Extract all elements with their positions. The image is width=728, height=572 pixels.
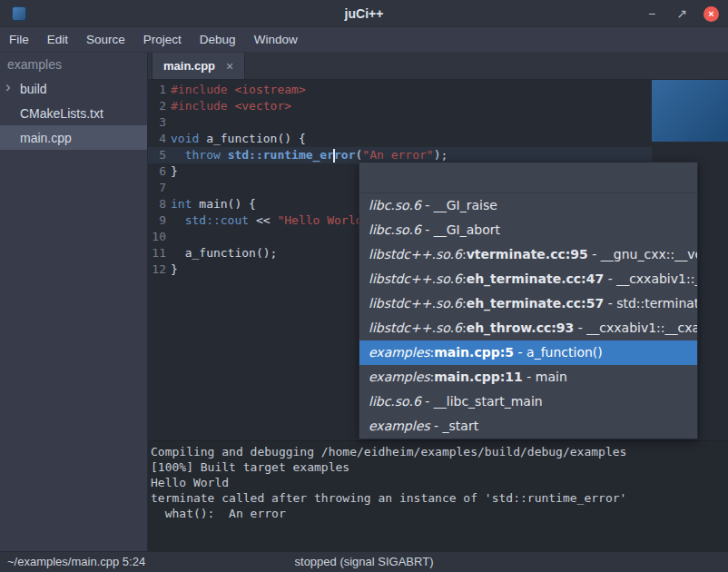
code-line-1[interactable]: 1#include <iostream> (148, 82, 728, 98)
minimize-button[interactable]: − (644, 6, 660, 21)
tab-close-icon[interactable]: × (226, 59, 233, 74)
line-number: 9 (148, 212, 166, 229)
tab-main-cpp[interactable]: main.cpp × (152, 53, 245, 79)
tooltip-box (652, 80, 728, 142)
code-line-3[interactable]: 3 (148, 114, 728, 131)
code-text: #include <iostream> (171, 82, 306, 98)
menu-item-source[interactable]: Source (77, 27, 134, 52)
line-number: 1 (148, 82, 166, 98)
window-controls: − ↗ × (644, 0, 719, 27)
menu-item-debug[interactable]: Debug (191, 27, 245, 52)
backtrace-item-0[interactable]: libc.so.6 - __GI_raise (359, 193, 697, 218)
code-text: } (171, 261, 178, 278)
terminal-line-0: Compiling and debugging /home/eidheim/ex… (151, 444, 728, 459)
code-line-2[interactable]: 2#include <vector> (148, 98, 728, 114)
code-text: int main() { (171, 196, 256, 212)
tree-item-build[interactable]: ›build (0, 76, 147, 101)
window-title: juCi++ (0, 0, 728, 27)
tree-item-main-cpp[interactable]: main.cpp (0, 125, 147, 150)
line-number: 7 (148, 180, 166, 196)
status-debug-state: stopped (signal SIGABRT) (0, 552, 728, 572)
line-number: 3 (148, 114, 166, 131)
terminal-line-3: terminate called after throwing an insta… (151, 490, 728, 506)
backtrace-item-8[interactable]: libc.so.6 - __libc_start_main (359, 390, 697, 414)
tree-item-label: main.cpp (20, 131, 72, 145)
line-number: 6 (148, 163, 166, 180)
titlebar[interactable]: juCi++ − ↗ × (0, 0, 728, 27)
line-number: 11 (148, 245, 166, 261)
line-number: 12 (148, 261, 166, 278)
tree-item-cmakelists-txt[interactable]: CMakeLists.txt (0, 101, 147, 125)
code-line-4[interactable]: 4void a_function() { (148, 131, 728, 147)
file-tree-sidebar[interactable]: examples ›buildCMakeLists.txtmain.cpp (0, 53, 148, 551)
backtrace-item-5[interactable]: libstdc++.so.6:eh_throw.cc:93 - __cxxabi… (359, 316, 697, 340)
tab-label: main.cpp (163, 59, 215, 73)
menu-item-file[interactable]: File (0, 27, 38, 52)
menu-item-edit[interactable]: Edit (38, 27, 77, 52)
expander-chevron-icon[interactable]: › (5, 80, 20, 94)
backtrace-popup: libc.so.6 - __GI_raiselibc.so.6 - __GI_a… (359, 162, 698, 439)
backtrace-item-3[interactable]: libstdc++.so.6:eh_terminate.cc:47 - __cx… (359, 267, 697, 291)
backtrace-item-4[interactable]: libstdc++.so.6:eh_terminate.cc:57 - std:… (359, 291, 697, 316)
popup-search-input[interactable] (359, 163, 697, 193)
terminal-line-2: Hello World (151, 475, 728, 490)
tabbar: main.cpp × (148, 53, 728, 80)
statusbar: ~/examples/main.cpp 5:24 stopped (signal… (0, 551, 728, 572)
code-text: void a_function() { (171, 131, 306, 147)
code-text: a_function(); (171, 245, 277, 261)
line-number: 5 (148, 147, 166, 163)
restore-button[interactable]: ↗ (674, 6, 690, 21)
code-text: #include <vector> (171, 98, 291, 114)
menubar: FileEditSourceProjectDebugWindow (0, 27, 728, 53)
line-number: 2 (148, 98, 166, 114)
menu-item-project[interactable]: Project (134, 27, 191, 52)
terminal-line-1: [100%] Built target examples (151, 459, 728, 475)
line-number: 8 (148, 196, 166, 212)
project-folder-label: examples (0, 53, 147, 76)
line-number: 10 (148, 229, 166, 245)
tree-item-label: build (20, 82, 47, 96)
backtrace-item-6[interactable]: examples:main.cpp:5 - a_function() (359, 340, 697, 365)
app-window: juCi++ − ↗ × FileEditSourceProjectDebugW… (0, 0, 728, 572)
menu-item-window[interactable]: Window (245, 27, 307, 52)
line-number: 4 (148, 131, 166, 147)
file-tree: ›buildCMakeLists.txtmain.cpp (0, 76, 147, 150)
backtrace-item-9[interactable]: examples - _start (359, 414, 697, 439)
close-button[interactable]: × (703, 6, 719, 22)
code-text: } (171, 163, 178, 180)
terminal-line-4: what(): An error (151, 506, 728, 521)
backtrace-item-2[interactable]: libstdc++.so.6:vterminate.cc:95 - __gnu_… (359, 242, 697, 267)
tree-item-label: CMakeLists.txt (20, 106, 103, 121)
backtrace-list: libc.so.6 - __GI_raiselibc.so.6 - __GI_a… (359, 193, 697, 439)
backtrace-item-7[interactable]: examples:main.cpp:11 - main (359, 365, 697, 390)
backtrace-item-1[interactable]: libc.so.6 - __GI_abort (359, 218, 697, 242)
build-output-terminal[interactable]: Compiling and debugging /home/eidheim/ex… (148, 440, 728, 551)
